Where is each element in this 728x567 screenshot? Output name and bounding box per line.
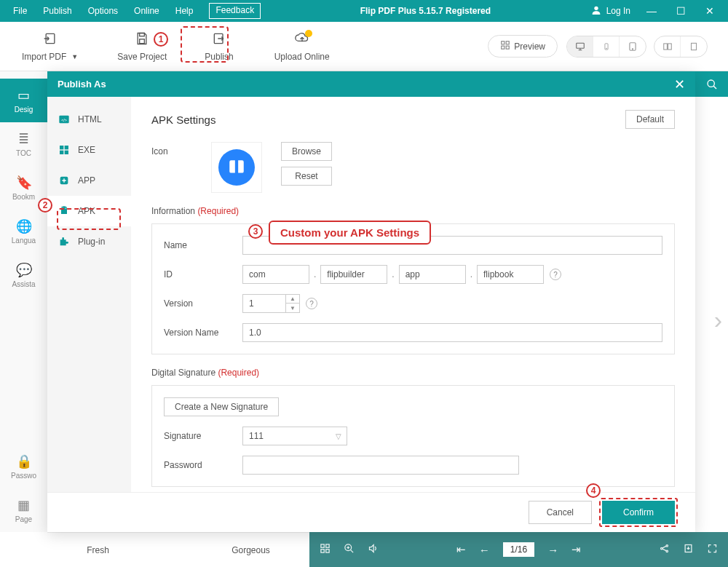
svg-rect-22 bbox=[60, 151, 63, 154]
menu-publish[interactable]: Publish bbox=[37, 3, 77, 19]
sidebar-label: TOC bbox=[16, 149, 31, 157]
sidebar-item-page[interactable]: ▦Page bbox=[0, 488, 47, 532]
save-icon bbox=[135, 31, 149, 49]
save-label: Save Project bbox=[117, 52, 167, 62]
globe-icon: 🌐 bbox=[16, 218, 32, 234]
svg-rect-29 bbox=[321, 550, 324, 552]
id-part-1[interactable] bbox=[242, 265, 309, 284]
nav-apk[interactable]: APK bbox=[47, 196, 131, 226]
search-button[interactable] bbox=[695, 71, 728, 97]
spread-layout-button[interactable] bbox=[654, 36, 681, 57]
sidebar-item-language[interactable]: 🌐Langua bbox=[0, 210, 47, 253]
zoom-icon[interactable] bbox=[344, 543, 355, 556]
svg-rect-3 bbox=[140, 39, 145, 43]
sidebar-item-assistant[interactable]: 💬Assista bbox=[0, 253, 47, 297]
login-button[interactable]: Log In bbox=[590, 4, 630, 18]
id-part-2[interactable] bbox=[320, 265, 387, 284]
next-page-arrow[interactable]: › bbox=[714, 306, 722, 334]
password-input[interactable] bbox=[242, 456, 519, 475]
publish-button[interactable]: Publish bbox=[196, 28, 242, 65]
theme-fresh[interactable]: Fresh bbox=[87, 545, 109, 555]
single-layout-button[interactable] bbox=[681, 36, 707, 57]
toolbar: Import PDF▼ Save Project Publish Upload … bbox=[0, 22, 728, 71]
import-label: Import PDF bbox=[22, 52, 66, 62]
first-page-icon[interactable]: ⇤ bbox=[456, 543, 466, 556]
confirm-button[interactable]: Confirm bbox=[602, 501, 675, 524]
theme-gorgeous[interactable]: Gorgeous bbox=[232, 545, 270, 555]
callout-1: 1 bbox=[154, 32, 168, 47]
last-page-icon[interactable]: ⇥ bbox=[571, 543, 581, 556]
sidebar-item-toc[interactable]: ≣TOC bbox=[0, 122, 47, 166]
app-icon bbox=[58, 174, 71, 187]
minimize-button[interactable]: — bbox=[641, 5, 662, 17]
phone-device-button[interactable] bbox=[593, 36, 620, 57]
svg-rect-28 bbox=[326, 544, 329, 547]
default-button[interactable]: Default bbox=[625, 110, 675, 129]
menu-file[interactable]: File bbox=[7, 3, 33, 19]
next-page-icon[interactable]: → bbox=[547, 544, 558, 556]
browse-button[interactable]: Browse bbox=[281, 142, 332, 161]
lock-icon: 🔒 bbox=[16, 453, 32, 469]
publish-format-nav: </>HTML EXE APP APK Plug-in bbox=[47, 97, 131, 492]
sidebar-item-password[interactable]: 🔒Passwo bbox=[0, 445, 47, 488]
main-menu: File Publish Options Online Help Feedbac… bbox=[7, 3, 261, 19]
create-signature-button[interactable]: Create a New Signature bbox=[164, 397, 279, 416]
menu-online[interactable]: Online bbox=[128, 3, 165, 19]
fullscreen-icon[interactable] bbox=[707, 543, 718, 556]
nav-exe[interactable]: EXE bbox=[47, 135, 131, 165]
modal-header: Publish As ✕ bbox=[47, 71, 695, 97]
version-name-input[interactable] bbox=[242, 323, 662, 342]
id-part-4[interactable] bbox=[477, 265, 544, 284]
menu-help[interactable]: Help bbox=[170, 3, 199, 19]
import-pdf-button[interactable]: Import PDF▼ bbox=[13, 28, 87, 65]
svg-rect-20 bbox=[60, 146, 63, 149]
menu-options[interactable]: Options bbox=[82, 3, 124, 19]
tablet-device-button[interactable] bbox=[620, 36, 646, 57]
nav-label: APP bbox=[78, 175, 95, 186]
sig-header: Digital Signature bbox=[151, 368, 215, 378]
upload-online-button[interactable]: Upload Online bbox=[266, 28, 339, 65]
panel-title: APK Settings bbox=[151, 114, 215, 126]
version-input[interactable] bbox=[242, 294, 286, 313]
sound-icon[interactable] bbox=[368, 543, 379, 556]
cancel-button[interactable]: Cancel bbox=[529, 501, 592, 524]
modal-close-button[interactable]: ✕ bbox=[674, 76, 685, 92]
version-stepper[interactable]: ▲▼ bbox=[286, 294, 300, 313]
id-part-3[interactable] bbox=[399, 265, 466, 284]
reset-button[interactable]: Reset bbox=[281, 167, 332, 186]
sidebar-label: Bookm bbox=[12, 193, 35, 201]
version-label: Version bbox=[164, 298, 242, 309]
share-icon[interactable] bbox=[659, 543, 670, 556]
svg-rect-7 bbox=[502, 46, 505, 49]
version-name-label: Version Name bbox=[164, 328, 242, 338]
preview-button[interactable]: Preview bbox=[488, 35, 558, 58]
page-indicator[interactable]: 1/16 bbox=[503, 542, 534, 557]
callout-3: 3 bbox=[248, 224, 263, 239]
nav-app[interactable]: APP bbox=[47, 165, 131, 196]
sidebar-label: Assista bbox=[12, 280, 35, 288]
preview-label: Preview bbox=[514, 41, 545, 52]
svg-rect-9 bbox=[576, 43, 584, 48]
help-icon[interactable]: ? bbox=[550, 269, 561, 280]
modal-title: Publish As bbox=[58, 79, 106, 90]
nav-plugin[interactable]: Plug-in bbox=[47, 226, 131, 257]
thumbnails-icon[interactable] bbox=[320, 543, 331, 556]
nav-label: APK bbox=[78, 206, 95, 216]
help-icon[interactable]: ? bbox=[306, 298, 317, 309]
sidebar-item-design[interactable]: ▭Desig bbox=[0, 79, 47, 122]
feedback-button[interactable]: Feedback bbox=[209, 3, 261, 19]
nav-label: EXE bbox=[78, 145, 95, 155]
icon-label: Icon bbox=[151, 142, 192, 156]
maximize-button[interactable]: ☐ bbox=[670, 5, 692, 17]
prev-page-icon[interactable]: ← bbox=[479, 544, 490, 556]
search-icon bbox=[706, 79, 718, 90]
nav-label: HTML bbox=[78, 114, 102, 124]
download-icon[interactable] bbox=[683, 543, 694, 556]
close-button[interactable]: ✕ bbox=[699, 5, 721, 17]
desktop-device-button[interactable] bbox=[567, 36, 593, 57]
sidebar-label: Passwo bbox=[11, 472, 36, 480]
svg-rect-5 bbox=[502, 41, 505, 44]
nav-html[interactable]: </>HTML bbox=[47, 104, 131, 135]
svg-rect-8 bbox=[506, 46, 509, 49]
signature-select[interactable] bbox=[242, 427, 347, 445]
